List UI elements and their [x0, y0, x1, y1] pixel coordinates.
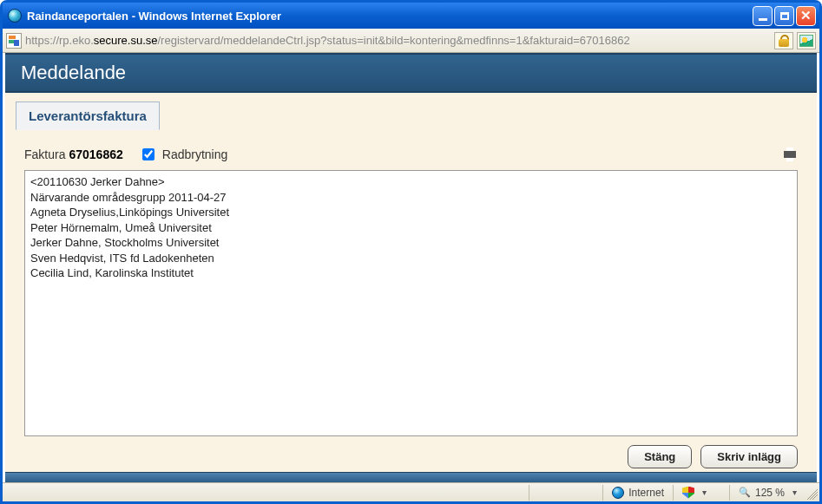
invoice-label: Faktura [24, 147, 65, 161]
url-prefix: rp.eko. [59, 34, 94, 47]
print-icon[interactable] [782, 147, 798, 161]
footer-band [5, 472, 817, 482]
address-bar: https://rp.eko.secure.su.se/registervard… [3, 29, 819, 53]
zone-indicator[interactable]: Internet [605, 483, 671, 501]
close-button[interactable]: Stäng [628, 445, 692, 468]
url-field[interactable]: https://rp.eko.secure.su.se/registervard… [25, 34, 771, 47]
wrap-checkbox[interactable] [142, 148, 155, 160]
status-message [3, 483, 527, 501]
page-body: Leverantörsfaktura Faktura 67016862 Radb… [5, 93, 817, 472]
zone-label: Internet [628, 487, 664, 499]
wrap-label: Radbrytning [162, 147, 228, 161]
protected-mode-dropdown[interactable] [675, 483, 727, 501]
compat-view-icon[interactable] [797, 32, 816, 49]
globe-icon [612, 487, 624, 499]
info-row: Faktura 67016862 Radbrytning [5, 130, 817, 170]
invoice-number: 67016862 [69, 147, 122, 161]
zoom-control[interactable]: 🔍 125 % [732, 483, 804, 501]
lock-icon[interactable] [774, 32, 793, 49]
window-close-button[interactable]: ✕ [796, 6, 816, 26]
maximize-button[interactable] [774, 6, 794, 26]
url-scheme: https:// [25, 34, 59, 47]
url-path: /registervard/meddelandeCtrl.jsp?status=… [157, 34, 629, 47]
window-title: Raindanceportalen - Windows Internet Exp… [27, 10, 753, 23]
zoom-value: 125 % [755, 487, 785, 499]
tab-row: Leverantörsfaktura [5, 93, 817, 130]
url-host: secure.su.se [94, 34, 158, 47]
tab-supplier-invoice[interactable]: Leverantörsfaktura [16, 101, 160, 130]
window-frame: Raindanceportalen - Windows Internet Exp… [0, 0, 822, 504]
titlebar[interactable]: Raindanceportalen - Windows Internet Exp… [3, 3, 819, 29]
minimize-button[interactable] [753, 6, 773, 26]
shield-icon [682, 487, 694, 499]
button-row: Stäng Skriv inlägg [5, 436, 817, 472]
page-header: Meddelande [5, 53, 817, 93]
content-area: Meddelande Leverantörsfaktura Faktura 67… [3, 53, 819, 482]
ie-icon [8, 9, 22, 23]
status-bar: Internet 🔍 125 % [3, 482, 819, 501]
resize-grip[interactable] [804, 486, 818, 500]
zoom-icon: 🔍 [739, 487, 751, 498]
status-pane-1 [531, 483, 601, 501]
message-textarea[interactable]: <20110630 Jerker Dahne> Närvarande områd… [24, 170, 798, 436]
wrap-toggle[interactable]: Radbrytning [139, 146, 228, 163]
page-title: Meddelande [21, 62, 126, 84]
write-post-button[interactable]: Skriv inlägg [700, 445, 798, 468]
favicon[interactable] [6, 33, 22, 49]
